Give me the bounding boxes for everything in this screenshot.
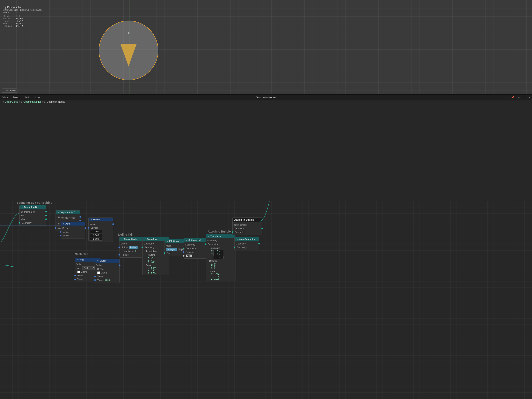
clear-scale-button[interactable]: Clear Scale (2, 89, 18, 93)
editor-close-icon[interactable]: ✕ (523, 96, 525, 99)
ta-trans-x: X0 m (211, 250, 234, 253)
breadcrumb-geometrynodes[interactable]: GeometryNodes (23, 100, 41, 103)
menu-item-view[interactable]: View (2, 96, 9, 99)
div-vector-in: Vector: (90, 226, 112, 230)
menu-item-node[interactable]: Node (33, 96, 41, 99)
tr-geo-in-socket (141, 246, 143, 248)
bb-min-row: Min (21, 214, 45, 217)
div-vector-out-socket (112, 223, 114, 225)
div-v-socket (88, 227, 89, 229)
breadcrumb-icon3: ◉ (44, 101, 46, 103)
node-separate-xyz-title: ▼ Separate XYZ (56, 211, 80, 214)
sxyz-y-socket (79, 220, 81, 221)
add-vector-out: Vector (62, 226, 84, 230)
stat-edges-label: Edges (2, 20, 14, 22)
add-v1-socket (60, 231, 62, 233)
cc-points-socket (119, 246, 120, 248)
viewport-3d[interactable]: ✛ Top Orthographic (194) Collection | Be… (0, 0, 532, 95)
adds-v1-socket (74, 275, 76, 276)
node-canvas[interactable]: Bounding Box For Bubble ▼ Bounding Box B… (0, 201, 532, 399)
ta-rot-y: Y 0° (211, 265, 234, 267)
viewport-grid (0, 0, 532, 94)
breadcrumb-sep2: › (42, 100, 43, 103)
breadcrumb-icon2: ◉ (21, 101, 23, 103)
ab-join-row: Join Geometry (234, 223, 261, 226)
tr-scale-label: Scale: (144, 264, 168, 267)
group-label-center-tail: Center tail (61, 217, 75, 220)
bb-bounding-box-row: Bounding Box (21, 210, 45, 214)
sm-sel-socket (183, 251, 184, 253)
add-vector-in1: Vector (62, 230, 84, 234)
ta-scale-x: X 1.000 (211, 273, 234, 276)
ta-geo-in: Geometry (207, 242, 234, 246)
sm-mat-socket (183, 255, 184, 257)
adds-v2-socket (74, 278, 76, 280)
divs-val1: Value (96, 275, 118, 278)
ta-scale-z: Z 1.000 (211, 278, 234, 280)
tr-scale-y: Y 0.500 (148, 269, 168, 272)
tr-scale-z: Z 1.000 (148, 272, 168, 274)
tr-geo-in: Geometry (144, 245, 168, 249)
breadcrumb-beziercurve[interactable]: BezierCurve (5, 100, 18, 103)
node-transform-attach[interactable]: ▼ Transform Geometry Geometry Translatio… (206, 234, 235, 281)
cc-radius-btn[interactable]: Radius (129, 246, 138, 249)
group-label-attach-bubble: Attach to Bubble (208, 230, 231, 233)
cc-curve-out: Curve (121, 242, 145, 245)
triangle-shape (120, 44, 137, 66)
tr-rot-x: X 0° (148, 257, 168, 259)
bb-min-socket (45, 215, 47, 216)
node-divide-center[interactable]: ▼ Divide Vector Vector: 2.000 2.000 (89, 218, 113, 242)
stat-edges-value: 28,717 (16, 20, 23, 22)
cc-resolution-row: Resolution 3 (121, 249, 145, 253)
menu-item-select[interactable]: Select (12, 96, 20, 99)
cc-radius-socket (119, 254, 120, 256)
sm-mat-row: white ✕ (185, 254, 209, 258)
divs-val-out-socket (119, 264, 120, 266)
stat-objects-label: Objects (2, 15, 14, 17)
sm-material-button[interactable]: white (186, 255, 192, 257)
cursor-crosshair: ✛ (127, 32, 132, 36)
div-val1: 2.000 (90, 230, 112, 233)
editor-settings-icon[interactable]: ✦ (528, 96, 530, 99)
sxyz-vector-socket (55, 227, 56, 229)
stat-faces-label: Faces (2, 22, 14, 25)
div-vector-out: Vector (90, 222, 112, 226)
node-add-center[interactable]: ▼ Add Vector Vector Vector (61, 222, 85, 238)
jg-geo-out-socket (258, 243, 260, 245)
ta-scale-label: Scale (207, 270, 234, 273)
divs-v1-socket (94, 276, 96, 277)
node-editor[interactable]: View Select Add Node Geometry Nodes 📌 ⊞ … (0, 95, 532, 399)
viewport-collection-label: (194) Collection | BezierCurve (Viewer) (2, 9, 42, 11)
node-transform-attach-title: ▼ Transform (206, 234, 235, 238)
sm-sel-row: Selection (185, 250, 209, 254)
jg-geo-in-socket (234, 246, 235, 248)
stat-triangles-label: Triangles (2, 25, 14, 27)
node-attach-title: Attach to Bubble (233, 218, 262, 222)
adds-mode-dropdown[interactable]: Add (82, 266, 95, 270)
node-join-geometry-title: ▼ Join Geometry (235, 237, 259, 241)
node-breadcrumb: ◯ BezierCurve › ◉ GeometryNodes › ◉ Geom… (2, 100, 65, 103)
stats-edges: Edges 28,717 (2, 20, 42, 22)
menu-item-add[interactable]: Add (24, 96, 30, 99)
node-divide-scale[interactable]: ▼ Divide Value Divide Clamp Value (95, 259, 120, 283)
node-join-geometry[interactable]: ▼ Join Geometry Geometry Geometry (234, 237, 259, 250)
adds-clamp-checkbox[interactable] (77, 270, 80, 273)
tr-rot-z: Z -90° (148, 261, 168, 264)
group-label-scale-tail: Scale Tail (75, 252, 88, 256)
fc-triangles-btn[interactable]: Triangles (166, 248, 177, 251)
ta-trans-z: Z0.0 (211, 256, 234, 259)
divs-val2: Value 6.000 (96, 278, 118, 282)
node-editor-header: View Select Add Node Geometry Nodes 📌 ⊞ … (0, 95, 532, 100)
stats-triangles: Triangles 14,342 (2, 25, 42, 27)
jg-geo-in: Geometry (236, 245, 258, 249)
editor-window-icon: ⊞ (518, 96, 520, 99)
ab-geo-in: Geometry (234, 230, 261, 234)
divs-clamp-checkbox[interactable] (97, 271, 100, 274)
div-val3: 2.000 (90, 237, 112, 241)
stats-vertices: Vertices 14,406 (2, 17, 42, 20)
breadcrumb-gn[interactable]: Geometry Nodes (46, 100, 65, 103)
bb-max-row: Max (21, 217, 45, 221)
node-bounding-box[interactable]: ▼ Bounding Box Bounding Box Min Max (19, 205, 46, 226)
node-attach-to-bubble[interactable]: Attach to Bubble Join Geometry Geometry … (232, 218, 262, 235)
div-val2: 2.000 (90, 233, 112, 237)
